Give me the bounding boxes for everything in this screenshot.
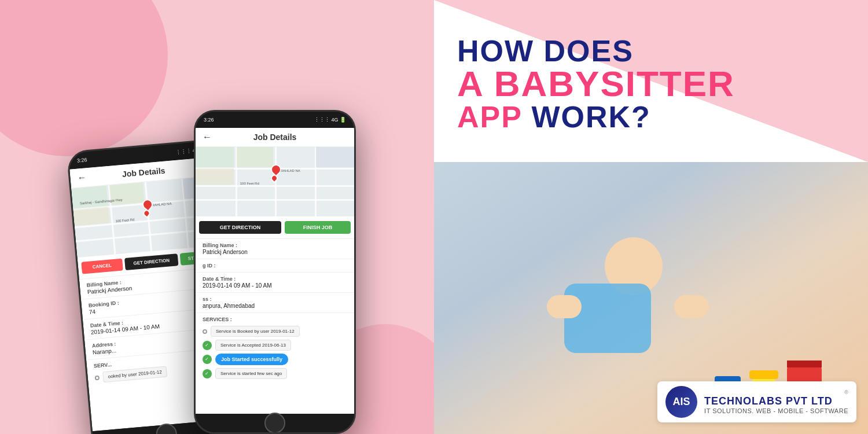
left-section: 3:26 ⋮⋮⋮ 4G 🔋 ← Job Details bbox=[0, 0, 434, 434]
baby-photo-area: AIS ® TECHNOLABS PVT LTD IT SOLUTIONS. W… bbox=[434, 162, 868, 434]
company-name-block: ® TECHNOLABS PVT LTD IT SOLUTIONS. WEB -… bbox=[704, 389, 848, 414]
logo-wrapper: AIS bbox=[665, 386, 697, 418]
phone2-map-pin bbox=[271, 164, 279, 175]
baby-right-arm bbox=[674, 295, 709, 318]
company-name-main: TECHNOLABS PVT LTD bbox=[704, 395, 848, 407]
phone2-map: PRAHLAD NA 100 Feet Rd bbox=[196, 147, 354, 216]
phone2-finish-job-button[interactable]: FINISH JOB bbox=[285, 221, 351, 234]
baby-left-arm bbox=[547, 295, 582, 318]
phone2-get-direction-button[interactable]: GET DIRECTION bbox=[199, 221, 281, 234]
phone2-action-buttons: GET DIRECTION FINISH JOB bbox=[196, 216, 354, 239]
baby-body bbox=[564, 284, 651, 353]
phone2-status-bar: 3:26 ⋮⋮⋮ 4G 🔋 bbox=[196, 112, 354, 128]
headline-work: WORK? bbox=[531, 100, 650, 134]
phone1-time: 3:26 bbox=[77, 157, 87, 163]
phone2-billing-value: Patrickj Anderson bbox=[203, 249, 347, 255]
phone2-checkmark-4: ✓ bbox=[205, 372, 209, 376]
right-section: HOW DOES A BABYSITTER APP WORK? bbox=[434, 0, 868, 434]
toy-bucket-rim bbox=[787, 361, 822, 367]
registered-mark: ® bbox=[844, 389, 848, 395]
phone2-checkmark-3: ✓ bbox=[205, 357, 209, 362]
phone-2-wrapper: 3:26 ⋮⋮⋮ 4G 🔋 ← Job Details bbox=[194, 110, 356, 434]
phone2-service-bubble-1: Service is Booked by user 2019-01-12 bbox=[211, 326, 300, 337]
phone2-title: Job Details bbox=[253, 133, 297, 142]
map2-label-100feet: 100 Feet Rd bbox=[240, 182, 259, 185]
phones-scene: 3:26 ⋮⋮⋮ 4G 🔋 ← Job Details bbox=[12, 110, 422, 434]
headline-app-work: APP WORK? bbox=[457, 102, 845, 132]
phone2-checkmark-2: ✓ bbox=[205, 343, 209, 348]
phone2-service-item-4: ✓ Service is started few sec ago bbox=[203, 368, 347, 379]
phone2-screen: ← Job Details bbox=[196, 128, 354, 414]
phone2-service-bubble-2: Service is Accepted 2019-06-13 bbox=[215, 340, 291, 351]
cancel-button[interactable]: CANCEL bbox=[81, 259, 123, 274]
phone2-booking-label: g ID : bbox=[203, 263, 347, 269]
phone2-home-button[interactable] bbox=[264, 413, 285, 433]
phone2-billing-label: Billing Name : bbox=[203, 242, 347, 248]
phone2-service-bubble-4: Service is started few sec ago bbox=[215, 368, 287, 379]
headline-babysitter: A BABYSITTER bbox=[457, 66, 845, 102]
phone2-back-arrow[interactable]: ← bbox=[203, 132, 212, 142]
phone2-service-check-3: ✓ bbox=[203, 355, 212, 364]
baby-figure bbox=[547, 237, 720, 399]
phone2-datetime-label: Date & Time : bbox=[203, 276, 347, 282]
toy-yellow-top bbox=[749, 370, 778, 379]
phone2-services: SERVICES : Service is Booked by user 201… bbox=[196, 313, 354, 385]
phone2-datetime-value: 2019-01-14 09 AM - 10 AM bbox=[203, 282, 347, 289]
phone1-back-arrow[interactable]: ← bbox=[77, 172, 87, 183]
company-logo-area: AIS ® TECHNOLABS PVT LTD IT SOLUTIONS. W… bbox=[657, 381, 856, 422]
headline-container: HOW DOES A BABYSITTER APP WORK? bbox=[457, 36, 845, 132]
phone2-service-check-2: ✓ bbox=[203, 341, 212, 350]
phone2-details: Billing Name : Patrickj Anderson g ID : … bbox=[196, 239, 354, 414]
phone2-time: 3:26 bbox=[204, 117, 214, 123]
phone2-billing-row: Billing Name : Patrickj Anderson bbox=[196, 239, 354, 259]
phone2-service-item-1: Service is Booked by user 2019-01-12 bbox=[203, 326, 347, 337]
headline-app: APP bbox=[457, 100, 522, 134]
phone2-service-item-2: ✓ Service is Accepted 2019-06-13 bbox=[203, 340, 347, 351]
phone1-service-bubble-1: ooked by user 2019-01-12 bbox=[102, 366, 168, 383]
phone1-title: Job Details bbox=[122, 166, 165, 179]
phone1-map-pin bbox=[142, 199, 151, 210]
phone2-booking-row: g ID : bbox=[196, 259, 354, 273]
phone2-address-value: anpura, Ahmedabad bbox=[203, 303, 347, 309]
phone2-service-check-4: ✓ bbox=[203, 369, 212, 378]
phone1-service-dot bbox=[94, 375, 100, 380]
headline-area: HOW DOES A BABYSITTER APP WORK? bbox=[434, 0, 868, 162]
phone2-service-dot-1 bbox=[203, 329, 207, 334]
ais-logo-text: AIS bbox=[673, 396, 690, 408]
get-direction-button[interactable]: GET DIRECTION bbox=[124, 253, 179, 270]
company-tagline: IT SOLUTIONS. WEB - MOBILE - SOFTWARE bbox=[704, 407, 848, 414]
ais-logo-circle: AIS bbox=[665, 386, 697, 418]
phone-2: 3:26 ⋮⋮⋮ 4G 🔋 ← Job Details bbox=[194, 110, 356, 434]
phone2-signal: ⋮⋮⋮ 4G 🔋 bbox=[314, 117, 346, 123]
phone2-address-row: ss : anpura, Ahmedabad bbox=[196, 293, 354, 313]
phone2-home-bar bbox=[196, 414, 354, 432]
phone2-address-label: ss : bbox=[203, 296, 347, 302]
phone2-header: ← Job Details bbox=[196, 128, 354, 147]
headline-how: HOW DOES bbox=[457, 36, 845, 66]
phone2-service-item-3: ✓ Job Started successfully bbox=[203, 354, 347, 365]
phone2-service-bubble-active: Job Started successfully bbox=[215, 354, 288, 365]
phone2-services-label: SERVICES : bbox=[203, 317, 347, 322]
phone2-datetime-row: Date & Time : 2019-01-14 09 AM - 10 AM bbox=[196, 273, 354, 293]
